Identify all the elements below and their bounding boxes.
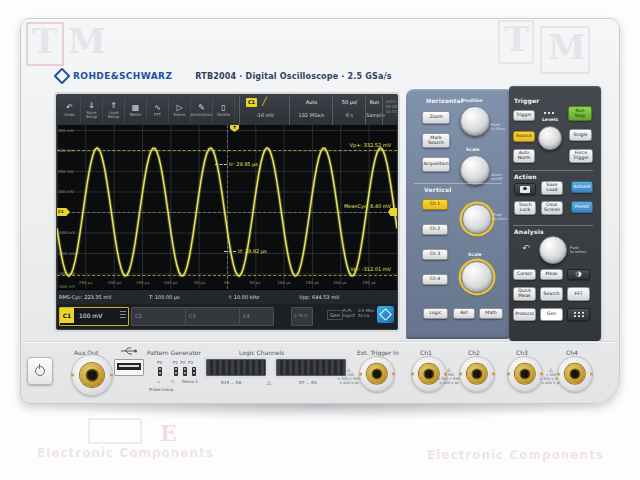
horizontal-scale-knob[interactable] (460, 155, 490, 185)
meas-vpp: Vpp: 644.53 mV (299, 294, 339, 300)
navigation-knob[interactable] (539, 236, 567, 264)
waveform-graticule[interactable]: 400 mV 300 mV 200 mV 100 mV -100 mV -200… (57, 125, 397, 289)
preset-key[interactable]: Preset (571, 201, 593, 213)
vertical-scale-knob[interactable] (461, 261, 493, 293)
channel1-key[interactable]: Ch 1 (422, 199, 448, 210)
channel2-cell[interactable]: C2 (131, 307, 186, 326)
probe-comp-label: Probe Comp. (149, 387, 175, 392)
watermark-caption-right: Electronic Components (427, 448, 604, 462)
camera-icon (520, 186, 530, 193)
save-setup-button[interactable]: ⇓ Save Setup (81, 97, 103, 123)
measurement-bar: RMS-Cyc: 223.35 mV T: 100.00 μs f: 10.00… (57, 289, 397, 305)
hscale-knob-label: Scale (466, 147, 480, 152)
trigger-mode: Auto (290, 99, 333, 105)
undo-button[interactable]: ↶ Undo (59, 97, 81, 123)
horizontal-header: Horizontal (426, 97, 463, 104)
annotation-button[interactable]: ✎ Annotation (191, 97, 213, 123)
math-key[interactable]: Math (479, 308, 503, 319)
touch-lock-key[interactable]: Touch Lock (514, 201, 536, 215)
channel2-key[interactable]: Ch 2 (422, 224, 448, 235)
d15-d8-label: D15 … D8 (221, 380, 241, 385)
display-settings-key[interactable]: ◑ (567, 269, 590, 280)
ext-trigger-connector (359, 356, 395, 392)
meter-icon: ▦ (132, 103, 140, 112)
channel3-key[interactable]: Ch 3 (422, 249, 448, 260)
warning-triangle-icon: ⚠ (266, 379, 271, 386)
meas-key[interactable]: Meas (540, 269, 563, 280)
trigger-level: -16 mV (240, 112, 290, 118)
acquisition-key[interactable]: Acquisition (422, 157, 450, 172)
case-seam (25, 341, 615, 342)
logic-connector-high (206, 359, 266, 376)
channel4-key[interactable]: Ch 4 (422, 274, 448, 285)
position-knob-hint: Push to Zero (491, 123, 505, 132)
annotation-icon: ✎ (198, 103, 205, 112)
ref-key[interactable]: Ref (453, 308, 475, 319)
channel4-cell[interactable]: C4 (239, 307, 274, 326)
delete-button[interactable]: ▯ Delete (213, 97, 235, 123)
sample-rate: 192 MSa/s (290, 112, 333, 118)
d7-d0-label: D7 … D0 (299, 380, 317, 385)
trigger-status-cell[interactable]: C1 ╱ -16 mV (239, 95, 290, 125)
cursor-key[interactable]: Cursor (513, 269, 536, 280)
search-key[interactable]: Search (540, 287, 563, 301)
vp-plus-annotation: Vp+: 332.52 mV (350, 142, 391, 148)
run-stop-key[interactable]: Run Stop (568, 106, 592, 121)
screenshot-key[interactable] (514, 183, 536, 195)
auto-norm-key[interactable]: Auto Norm (513, 149, 535, 163)
aux-threshold-cell[interactable]: 2.76 V (291, 307, 313, 326)
gen-key[interactable]: Gen (540, 308, 563, 321)
vertical-offset-knob[interactable] (462, 204, 492, 234)
pattern-pin (183, 367, 187, 376)
power-button[interactable] (27, 357, 53, 385)
meas-rms: RMS-Cyc: 223.35 mV (59, 294, 112, 300)
channel1-cell[interactable]: C1 100 mV (59, 307, 129, 326)
action-header: Action (514, 173, 537, 180)
trigger-menu-key[interactable]: Trigger (513, 110, 535, 121)
section-divider (414, 183, 502, 184)
save-load-key[interactable]: Save Load (541, 181, 563, 195)
trigger-action-analysis-panel: Trigger Trigger Source Auto Norm Levels … (509, 86, 601, 341)
autoset-key[interactable]: Autoset (571, 181, 593, 193)
warning-ratings: ⚠ 1 MΩ ≤ 300 V RMS ≤ 400 V pk (337, 367, 361, 386)
section-divider (513, 170, 593, 171)
probe-indicator-icon (120, 311, 126, 320)
demo-button[interactable]: ▷ Demo (169, 97, 191, 123)
zoom-key[interactable]: Zoom (422, 111, 450, 124)
force-trigger-key[interactable]: Force Trigger (569, 149, 593, 163)
ch3-connector (507, 356, 543, 392)
load-setup-icon: ⇑ (110, 101, 117, 110)
meas-period: T: 100.00 μs (149, 294, 180, 300)
apps-key[interactable] (567, 308, 590, 321)
quick-meas-key[interactable]: Quick Meas (513, 287, 536, 301)
aux-out-connector (71, 354, 113, 396)
channel3-cell[interactable]: C3 (185, 307, 240, 326)
channel1-badge: C1 (60, 308, 74, 323)
load-setup-button[interactable]: ⇑ Load Setup (103, 97, 125, 123)
meas-freq: f: 10.00 kHz (229, 294, 259, 300)
mark-search-key[interactable]: Mark Search (422, 133, 450, 148)
fft-key[interactable]: FFT (567, 287, 590, 301)
datetime: 2013-08-2816:41 (381, 99, 397, 114)
timebase-status-cell[interactable]: 50 μs/ 0 s (332, 95, 366, 125)
trigger-level-knob[interactable] (538, 126, 562, 150)
rise-cursor-mark (215, 164, 227, 165)
acquisition-status-cell[interactable]: Auto 192 MSa/s (289, 95, 333, 125)
horizontal-position: 0 s (333, 112, 366, 118)
logic-key[interactable]: Logic (423, 308, 448, 319)
pattern-pin (158, 367, 162, 376)
meter-button[interactable]: ▦ Meter (125, 97, 147, 123)
fft-button[interactable]: ∿ FFT (147, 97, 169, 123)
brand-name: ROHDE&SCHWARZ (73, 71, 172, 81)
single-key[interactable]: Single (569, 129, 592, 141)
trigger-source-key[interactable]: Source (513, 131, 535, 142)
clear-screen-key[interactable]: Clear Screen (541, 201, 563, 215)
levels-indicator (544, 112, 554, 114)
power-icon (35, 366, 45, 376)
fall-time-annotation: tf: 29.92 μs (238, 248, 267, 254)
case-shadow (36, 404, 602, 422)
gen-status[interactable]: Gen (327, 310, 343, 320)
rs-logo-icon (377, 306, 394, 323)
horizontal-position-knob[interactable] (460, 106, 490, 136)
protocol-key[interactable]: Protocol (513, 308, 536, 321)
